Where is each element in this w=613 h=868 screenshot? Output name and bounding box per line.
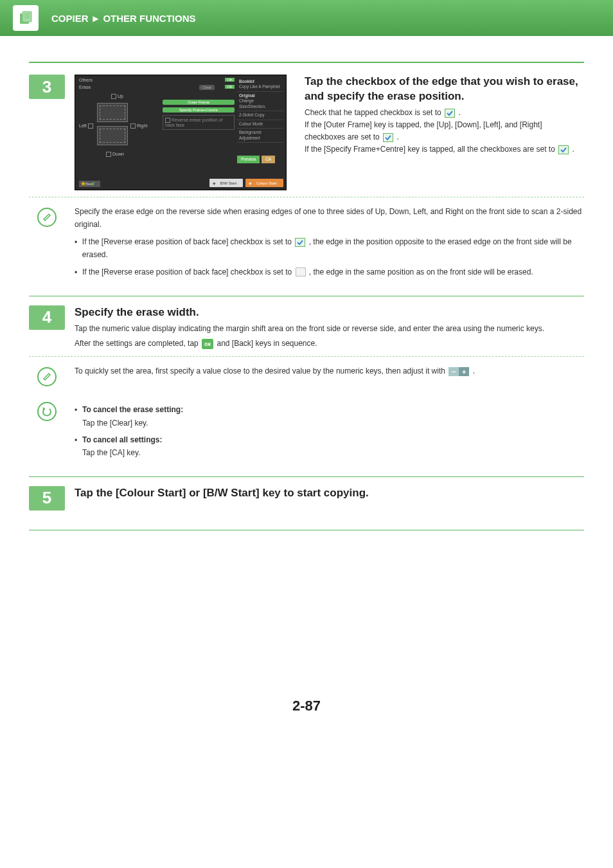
step-number: 5: [29, 486, 65, 511]
cancel-all-heading: To cancel all settings:: [82, 435, 162, 444]
breadcrumb-sep: ►: [91, 13, 101, 24]
note3-intro: Specify the erase edge on the reverse si…: [75, 205, 584, 231]
page-number: 2-87: [29, 698, 584, 714]
divider: [29, 476, 584, 477]
cancel-erase-heading: To cancel the erase setting:: [82, 405, 183, 414]
svg-rect-1: [22, 12, 31, 22]
copier-icon: [13, 5, 39, 31]
checked-icon: [445, 109, 455, 118]
header-bar: COPIER ► OTHER FUNCTIONS: [0, 0, 613, 36]
divider: [29, 62, 584, 63]
step-3: 3 OthersOK EraseOK Clear Up Left Right D…: [29, 75, 584, 190]
step4-after: After the settings are completed, tap ок…: [75, 338, 584, 350]
dashed-divider: [29, 197, 584, 197]
step-number: 4: [29, 305, 65, 330]
checked-icon: [558, 145, 569, 154]
checked-icon: [295, 238, 305, 247]
step-5: 5 Tap the [Colour Start] or [B/W Start] …: [29, 486, 584, 511]
step3-text: Check that he tapped checkbox is set to …: [305, 107, 584, 156]
divider: [29, 296, 584, 296]
cancel-notes: •To cancel the erase setting:Tap the [Cl…: [29, 398, 584, 461]
step-number: 3: [29, 75, 65, 99]
step4-desc: Tap the numeric value display indicating…: [75, 323, 584, 335]
dashed-divider: [29, 356, 584, 357]
undo-icon: [37, 402, 57, 421]
note3-bullet2: If the [Reverse erase position of back f…: [82, 266, 533, 279]
step-4: 4 Specify the erase width. Tap the numer…: [29, 305, 584, 350]
breadcrumb-left[interactable]: COPIER: [51, 13, 89, 24]
checked-icon: [383, 133, 393, 142]
note-icon: [37, 367, 57, 386]
cancel-all-text: Tap the [CA] key.: [82, 448, 141, 457]
unchecked-icon: [296, 267, 306, 276]
ok-chip-icon: ок: [202, 339, 213, 349]
cancel-erase-text: Tap the [Clear] key.: [82, 419, 148, 428]
note-step4-tip: To quickly set the area, first specify a…: [29, 363, 584, 388]
breadcrumb-right[interactable]: OTHER FUNCTIONS: [103, 13, 195, 24]
note-step3: Specify the erase edge on the reverse si…: [29, 204, 584, 280]
divider: [29, 530, 584, 530]
note-icon: [37, 208, 57, 227]
erase-screen-mock: OthersOK EraseOK Clear Up Left Right Dow…: [75, 75, 287, 190]
step4-title: Specify the erase width.: [75, 305, 584, 320]
note3-bullet1: If the [Reverse erase position of back f…: [82, 235, 584, 262]
step5-title: Tap the [Colour Start] or [B/W Start] ke…: [75, 486, 584, 501]
step3-title: Tap the checkbox of the edge that you wi…: [305, 75, 584, 104]
minus-plus-icon: −+: [449, 367, 469, 376]
note4-tip: To quickly set the area, first specify a…: [75, 365, 584, 386]
